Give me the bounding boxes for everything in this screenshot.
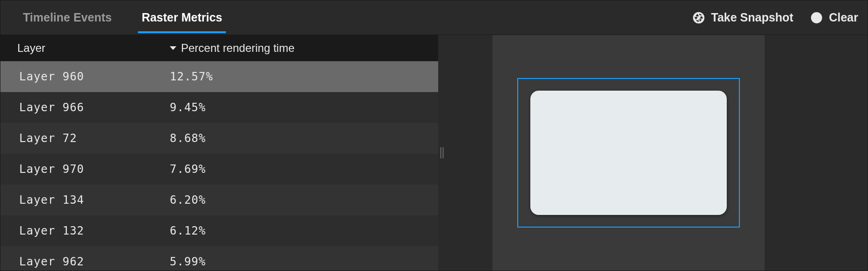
table-row[interactable]: Layer 9669.45% (0, 92, 438, 123)
column-header-layer[interactable]: Layer (17, 42, 170, 55)
table-row[interactable]: Layer 1346.20% (0, 185, 438, 215)
cell-percent: 6.12% (170, 224, 206, 237)
cell-percent: 12.57% (170, 70, 213, 83)
pane-splitter[interactable] (438, 35, 446, 271)
tabbar: Timeline Events Raster Metrics Take Snap… (0, 0, 868, 35)
table-row[interactable]: Layer 728.68% (0, 123, 438, 154)
cell-layer: Layer 72 (19, 132, 170, 145)
camera-aperture-icon (692, 11, 705, 24)
table-header-row: Layer Percent rendering time (0, 35, 438, 61)
content-area: Layer Percent rendering time Layer 96012… (0, 35, 868, 271)
take-snapshot-label: Take Snapshot (711, 11, 793, 24)
layer-preview-pane (446, 35, 868, 271)
column-header-percent[interactable]: Percent rendering time (170, 42, 295, 55)
cell-layer: Layer 970 (19, 163, 170, 176)
cell-percent: 9.45% (170, 101, 206, 114)
table-row[interactable]: Layer 1326.12% (0, 215, 438, 246)
cell-layer: Layer 962 (19, 255, 170, 268)
cell-layer: Layer 966 (19, 101, 170, 114)
cell-layer: Layer 134 (19, 193, 170, 207)
take-snapshot-button[interactable]: Take Snapshot (692, 11, 793, 24)
preview-canvas[interactable] (492, 35, 765, 271)
table-body[interactable]: Layer 96012.57%Layer 9669.45%Layer 728.6… (0, 61, 438, 271)
layer-preview-content (530, 91, 727, 215)
table-row[interactable]: Layer 9707.69% (0, 154, 438, 185)
raster-metrics-panel: Timeline Events Raster Metrics Take Snap… (0, 0, 868, 271)
tabs-group: Timeline Events Raster Metrics (19, 2, 692, 33)
chevron-down-icon (170, 46, 176, 50)
layer-outline (517, 78, 740, 228)
cell-percent: 7.69% (170, 163, 206, 176)
tab-timeline-events[interactable]: Timeline Events (19, 2, 116, 33)
clear-label: Clear (829, 11, 858, 24)
cell-percent: 6.20% (170, 193, 206, 207)
table-row[interactable]: Layer 96012.57% (0, 61, 438, 92)
cell-layer: Layer 960 (19, 70, 170, 83)
cell-percent: 8.68% (170, 132, 206, 145)
cell-layer: Layer 132 (19, 224, 170, 237)
clear-icon (810, 11, 823, 24)
layer-table-pane: Layer Percent rendering time Layer 96012… (0, 35, 438, 271)
tab-raster-metrics[interactable]: Raster Metrics (138, 2, 226, 33)
column-header-percent-label: Percent rendering time (181, 42, 295, 55)
clear-button[interactable]: Clear (810, 11, 858, 24)
cell-percent: 5.99% (170, 255, 206, 268)
toolbar: Take Snapshot Clear (692, 11, 858, 24)
splitter-handle-icon (441, 147, 444, 158)
table-row[interactable]: Layer 9625.99% (0, 246, 438, 271)
